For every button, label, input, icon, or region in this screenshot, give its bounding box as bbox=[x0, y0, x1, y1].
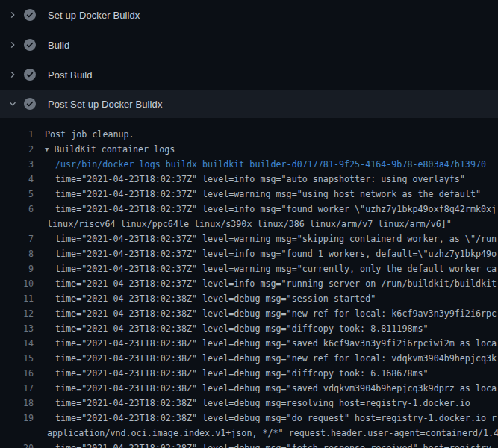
log-text: time="2021-04-23T18:02:38Z" level=debug … bbox=[34, 291, 376, 306]
line-number[interactable]: 11 bbox=[0, 291, 34, 306]
line-number[interactable]: 17 bbox=[0, 381, 34, 396]
line-number[interactable]: 19 bbox=[0, 411, 34, 426]
line-number[interactable]: 14 bbox=[0, 336, 34, 351]
check-circle-icon bbox=[24, 98, 36, 110]
log-line: 3/usr/bin/docker logs buildx_buildkit_bu… bbox=[0, 157, 498, 172]
section-title: Post Build bbox=[48, 69, 93, 81]
log-text: time="2021-04-23T18:02:38Z" level=debug … bbox=[34, 366, 429, 381]
line-number[interactable]: 13 bbox=[0, 321, 34, 336]
log-line: 14time="2021-04-23T18:02:38Z" level=debu… bbox=[0, 336, 498, 351]
log-line: 1Post job cleanup. bbox=[0, 127, 498, 142]
line-number[interactable]: 18 bbox=[0, 396, 34, 411]
log-text: time="2021-04-23T18:02:37Z" level=warnin… bbox=[34, 231, 497, 246]
chevron-right-icon[interactable] bbox=[7, 9, 19, 21]
line-number[interactable]: 12 bbox=[0, 306, 34, 321]
log-line: 7time="2021-04-23T18:02:37Z" level=warni… bbox=[0, 231, 498, 246]
log-line: 12time="2021-04-23T18:02:38Z" level=debu… bbox=[0, 306, 498, 321]
log-text: time="2021-04-23T18:02:38Z" level=debug … bbox=[34, 396, 470, 411]
check-circle-icon bbox=[24, 39, 36, 51]
line-number[interactable]: 7 bbox=[0, 231, 34, 246]
log-line: linux/riscv64 linux/ppc64le linux/s390x … bbox=[0, 217, 498, 231]
log-text: Post job cleanup. bbox=[34, 127, 134, 142]
line-number[interactable]: 1 bbox=[0, 127, 34, 142]
log-text: linux/riscv64 linux/ppc64le linux/s390x … bbox=[34, 217, 452, 231]
actions-log-viewer: Set up Docker BuildxBuildPost BuildPost … bbox=[0, 0, 498, 448]
log-text: time="2021-04-23T18:02:37Z" level=warnin… bbox=[34, 187, 481, 202]
chevron-down-icon[interactable] bbox=[7, 98, 19, 110]
log-line: 9time="2021-04-23T18:02:37Z" level=warni… bbox=[0, 261, 498, 276]
log-text: ▼BuildKit container logs bbox=[34, 142, 175, 157]
command-text: /usr/bin/docker logs buildx_buildkit_bui… bbox=[34, 157, 486, 172]
line-number[interactable]: 8 bbox=[0, 246, 34, 261]
log-line: application/vnd.oci.image.index.v1+json,… bbox=[0, 426, 498, 441]
log-line: 15time="2021-04-23T18:02:38Z" level=debu… bbox=[0, 351, 498, 366]
chevron-right-icon[interactable] bbox=[7, 69, 19, 81]
check-circle-icon bbox=[24, 9, 36, 21]
section-header-post-set-up-docker-buildx[interactable]: Post Set up Docker Buildx bbox=[0, 90, 498, 118]
log-area: 1Post job cleanup.2▼BuildKit container l… bbox=[0, 118, 498, 448]
log-text: time="2021-04-23T18:02:37Z" level=info m… bbox=[34, 172, 465, 187]
log-text: time="2021-04-23T18:02:38Z" level=debug … bbox=[34, 351, 497, 366]
line-number[interactable]: 6 bbox=[0, 202, 34, 217]
chevron-right-icon[interactable] bbox=[7, 39, 19, 51]
log-line: 2▼BuildKit container logs bbox=[0, 142, 498, 157]
log-text: application/vnd.oci.image.index.v1+json,… bbox=[34, 426, 498, 441]
section-header-build[interactable]: Build bbox=[0, 30, 498, 60]
log-text: time="2021-04-23T18:02:37Z" level=info m… bbox=[34, 246, 497, 261]
log-line: 13time="2021-04-23T18:02:38Z" level=debu… bbox=[0, 321, 498, 336]
section-header-set-up-docker-buildx[interactable]: Set up Docker Buildx bbox=[0, 0, 498, 30]
check-circle-icon bbox=[24, 69, 36, 81]
log-line: 18time="2021-04-23T18:02:38Z" level=debu… bbox=[0, 396, 498, 411]
log-line: 16time="2021-04-23T18:02:38Z" level=debu… bbox=[0, 366, 498, 381]
log-text: time="2021-04-23T18:02:38Z" level=debug … bbox=[34, 321, 429, 336]
line-number[interactable]: 16 bbox=[0, 366, 34, 381]
section-title: Build bbox=[48, 40, 69, 51]
line-number bbox=[0, 217, 34, 231]
log-text: time="2021-04-23T18:02:37Z" level=info m… bbox=[34, 202, 497, 217]
log-line: 11time="2021-04-23T18:02:38Z" level=debu… bbox=[0, 291, 498, 306]
log-line: 8time="2021-04-23T18:02:37Z" level=info … bbox=[0, 246, 498, 261]
log-line: 6time="2021-04-23T18:02:37Z" level=info … bbox=[0, 202, 498, 217]
log-line: 5time="2021-04-23T18:02:37Z" level=warni… bbox=[0, 187, 498, 202]
section-title: Post Set up Docker Buildx bbox=[48, 99, 163, 110]
log-line: 20time="2021-04-23T18:02:38Z" level=debu… bbox=[0, 441, 498, 448]
line-number bbox=[0, 426, 34, 441]
log-line: 10time="2021-04-23T18:02:37Z" level=info… bbox=[0, 276, 498, 291]
line-number[interactable]: 15 bbox=[0, 351, 34, 366]
log-line: 4time="2021-04-23T18:02:37Z" level=info … bbox=[0, 172, 498, 187]
line-number[interactable]: 9 bbox=[0, 261, 34, 276]
log-text: time="2021-04-23T18:02:38Z" level=debug … bbox=[34, 336, 497, 351]
triangle-down-icon[interactable]: ▼ bbox=[45, 142, 49, 157]
group-title[interactable]: BuildKit container logs bbox=[54, 144, 175, 155]
log-text: time="2021-04-23T18:02:38Z" level=debug … bbox=[34, 411, 497, 426]
section-header-post-build[interactable]: Post Build bbox=[0, 60, 498, 90]
log-text: time="2021-04-23T18:02:38Z" level=debug … bbox=[34, 381, 497, 396]
log-text: time="2021-04-23T18:02:37Z" level=info m… bbox=[34, 276, 497, 291]
log-line: 19time="2021-04-23T18:02:38Z" level=debu… bbox=[0, 411, 498, 426]
sections: Set up Docker BuildxBuildPost BuildPost … bbox=[0, 0, 498, 448]
line-number[interactable]: 3 bbox=[0, 157, 34, 172]
section-title: Set up Docker Buildx bbox=[48, 10, 140, 21]
line-number[interactable]: 20 bbox=[0, 441, 34, 448]
log-line: 17time="2021-04-23T18:02:38Z" level=debu… bbox=[0, 381, 498, 396]
log-text: time="2021-04-23T18:02:38Z" level=debug … bbox=[34, 306, 497, 321]
line-number[interactable]: 4 bbox=[0, 172, 34, 187]
log-text: time="2021-04-23T18:02:38Z" level=debug … bbox=[34, 441, 497, 448]
line-number[interactable]: 5 bbox=[0, 187, 34, 202]
log-text: time="2021-04-23T18:02:37Z" level=warnin… bbox=[34, 261, 497, 276]
line-number[interactable]: 10 bbox=[0, 276, 34, 291]
line-number[interactable]: 2 bbox=[0, 142, 34, 157]
